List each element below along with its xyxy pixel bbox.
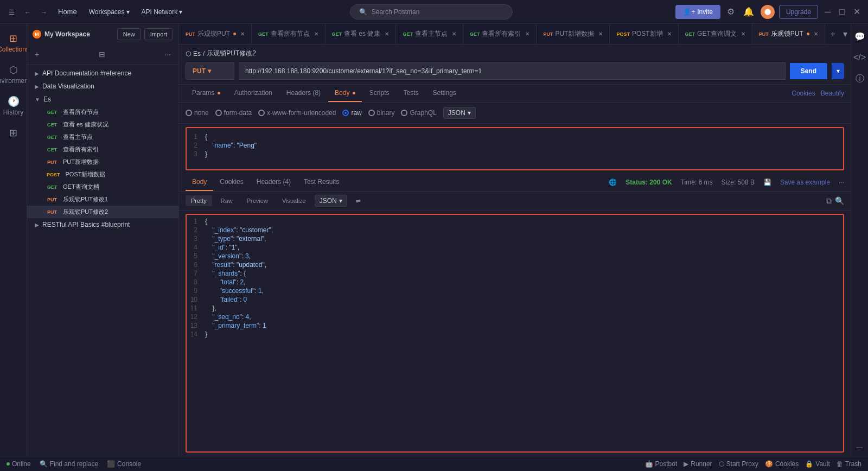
json-format-select[interactable]: JSON ▾ bbox=[443, 107, 476, 119]
tab-put-optimistic-lock-1[interactable]: PUT 乐观锁PUT ✕ bbox=[179, 24, 252, 44]
avatar-button[interactable]: ⬤ bbox=[761, 5, 775, 19]
send-dropdown-button[interactable]: ▾ bbox=[832, 63, 844, 79]
endpoint-get-all-indices[interactable]: GET 查看所有索引 bbox=[27, 143, 178, 156]
right-sidebar-info-icon[interactable]: ⓘ bbox=[852, 70, 867, 88]
sidebar-item-collections[interactable]: ⊞ Collections bbox=[2, 28, 25, 58]
home-link[interactable]: Home bbox=[54, 5, 81, 18]
tab-put-new-data[interactable]: PUT PUT新增数据 ✕ bbox=[537, 24, 610, 44]
tab-close-icon[interactable]: ✕ bbox=[525, 31, 529, 37]
sidebar-item-misc[interactable]: ⊞ bbox=[2, 123, 25, 143]
radio-graphql[interactable] bbox=[401, 110, 407, 116]
radio-binary[interactable] bbox=[368, 110, 375, 116]
minimize-button[interactable]: ─ bbox=[822, 5, 833, 19]
tabs-overflow-icon[interactable]: ▾ bbox=[841, 27, 850, 41]
body-opt-binary[interactable]: binary bbox=[368, 109, 395, 117]
resp-tab-body[interactable]: Body bbox=[186, 174, 213, 191]
body-opt-raw[interactable]: raw bbox=[342, 109, 361, 117]
tab-close-icon[interactable]: ✕ bbox=[814, 31, 818, 37]
tab-close-icon[interactable]: ✕ bbox=[667, 31, 672, 37]
endpoint-post-new-data[interactable]: POST POST新增数据 bbox=[27, 168, 178, 181]
right-sidebar-code-icon[interactable]: </> bbox=[850, 49, 868, 66]
endpoint-get-master-node[interactable]: GET 查看主节点 bbox=[27, 131, 178, 143]
req-tab-body[interactable]: Body bbox=[328, 85, 362, 102]
trash-button[interactable]: 🗑 Trash bbox=[837, 460, 861, 468]
tab-get-query[interactable]: GET GET查询调文 ✕ bbox=[679, 24, 752, 44]
radio-form-data[interactable] bbox=[215, 110, 222, 116]
body-opt-none[interactable]: none bbox=[186, 109, 209, 117]
right-sidebar-collapse-icon[interactable]: ─ bbox=[853, 440, 866, 456]
console-button[interactable]: ⬛ Console bbox=[107, 460, 141, 468]
right-sidebar-comments-icon[interactable]: 💬 bbox=[851, 28, 869, 45]
invite-button[interactable]: 👤+ Invite bbox=[675, 5, 720, 19]
runner-button[interactable]: ▶ Runner bbox=[684, 460, 712, 468]
api-network-dropdown[interactable]: API Network ▾ bbox=[137, 6, 187, 18]
tab-get-all-indices[interactable]: GET 查看所有索引 ✕ bbox=[463, 24, 537, 44]
endpoint-get-all-nodes[interactable]: GET 查看所有节点 bbox=[27, 106, 178, 118]
search-input[interactable]: 🔍 Search Postman bbox=[350, 4, 513, 20]
url-input[interactable] bbox=[239, 62, 786, 80]
menu-button[interactable]: ☰ bbox=[5, 5, 18, 18]
back-button[interactable]: ← bbox=[21, 5, 34, 18]
endpoint-put-optimistic-1[interactable]: PUT 乐观锁PUT修改1 bbox=[27, 193, 178, 206]
find-replace-button[interactable]: 🔍 Find and replace bbox=[40, 460, 98, 468]
collection-restful-basics[interactable]: ▶ RESTful API Basics #blueprint bbox=[27, 218, 178, 231]
online-status[interactable]: Online bbox=[7, 460, 31, 468]
endpoint-put-new-data[interactable]: PUT PUT新增数据 bbox=[27, 156, 178, 168]
tab-close-icon[interactable]: ✕ bbox=[598, 31, 603, 37]
notifications-button[interactable]: 🔔 bbox=[741, 4, 756, 19]
request-cookies-button[interactable]: Cookies bbox=[792, 90, 815, 97]
request-body-editor[interactable]: 1 { 2 "name": "Peng" 3 } bbox=[186, 127, 844, 170]
new-button[interactable]: New bbox=[117, 28, 141, 40]
resp-copy-button[interactable]: ⧉ bbox=[826, 196, 832, 206]
req-tab-headers[interactable]: Headers (8) bbox=[280, 85, 327, 102]
tab-add-button[interactable]: + bbox=[825, 29, 841, 39]
resp-search-button[interactable]: 🔍 bbox=[835, 196, 844, 206]
maximize-button[interactable]: □ bbox=[837, 5, 847, 19]
beautify-button[interactable]: Beautify bbox=[821, 90, 844, 97]
resp-format-visualize[interactable]: Visualize bbox=[277, 195, 311, 206]
req-tab-tests[interactable]: Tests bbox=[397, 85, 425, 102]
resp-tab-test-results[interactable]: Test Results bbox=[297, 174, 346, 191]
settings-button[interactable]: ⚙ bbox=[725, 4, 737, 19]
resp-tab-cookies[interactable]: Cookies bbox=[213, 174, 250, 191]
body-opt-urlencoded[interactable]: x-www-form-urlencoded bbox=[258, 109, 336, 117]
more-button[interactable]: ··· bbox=[162, 49, 173, 60]
start-proxy-button[interactable]: ⬡ Start Proxy bbox=[719, 460, 758, 468]
upgrade-button[interactable]: Upgrade bbox=[779, 5, 818, 19]
tab-close-icon[interactable]: ✕ bbox=[452, 31, 456, 37]
endpoint-get-query-doc[interactable]: GET GET查询文档 bbox=[27, 181, 178, 193]
radio-none[interactable] bbox=[186, 110, 192, 116]
filter-button[interactable]: ⊟ bbox=[97, 49, 107, 60]
more-options-icon[interactable]: ··· bbox=[839, 179, 844, 186]
forward-button[interactable]: → bbox=[37, 5, 50, 18]
resp-format-pretty[interactable]: Pretty bbox=[186, 195, 212, 206]
resp-format-raw[interactable]: Raw bbox=[215, 195, 238, 206]
resp-json-select[interactable]: JSON ▾ bbox=[315, 195, 347, 207]
tab-close-icon[interactable]: ✕ bbox=[385, 31, 389, 37]
save-example-button[interactable]: Save as example bbox=[780, 179, 830, 186]
resp-format-preview[interactable]: Preview bbox=[241, 195, 273, 206]
tab-post-new[interactable]: POST POST新增 ✕ bbox=[610, 24, 678, 44]
body-opt-graphql[interactable]: GraphQL bbox=[401, 109, 436, 117]
sidebar-item-history[interactable]: 🕐 History bbox=[2, 91, 25, 120]
tab-get-es-health[interactable]: GET 查看 es 健康 ✕ bbox=[326, 24, 397, 44]
req-tab-authorization[interactable]: Authorization bbox=[228, 85, 279, 102]
workspaces-dropdown[interactable]: Workspaces ▾ bbox=[85, 6, 134, 18]
vault-button[interactable]: 🔒 Vault bbox=[805, 460, 829, 468]
resp-tab-headers[interactable]: Headers (4) bbox=[250, 174, 297, 191]
radio-raw[interactable] bbox=[342, 110, 349, 116]
body-opt-form-data[interactable]: form-data bbox=[215, 109, 252, 117]
cookies-button[interactable]: 🍪 Cookies bbox=[765, 460, 799, 468]
endpoint-get-es-health[interactable]: GET 查看 es 健康状况 bbox=[27, 118, 178, 131]
endpoint-put-optimistic-2[interactable]: PUT 乐观锁PUT修改2 bbox=[27, 206, 178, 218]
tab-close-icon[interactable]: ✕ bbox=[741, 31, 745, 37]
tab-get-master-node[interactable]: GET 查看主节点 ✕ bbox=[396, 24, 463, 44]
postbot-button[interactable]: 🤖 Postbot bbox=[645, 460, 678, 468]
req-tab-scripts[interactable]: Scripts bbox=[363, 85, 396, 102]
collection-api-documentation[interactable]: ▶ API Documentation #reference bbox=[27, 67, 178, 80]
close-button[interactable]: ✕ bbox=[851, 4, 863, 19]
tab-close-icon[interactable]: ✕ bbox=[240, 31, 245, 37]
method-select[interactable]: PUT ▾ bbox=[186, 62, 234, 80]
send-button[interactable]: Send bbox=[790, 63, 827, 79]
sidebar-item-environments[interactable]: ⬡ Environments bbox=[2, 60, 25, 89]
